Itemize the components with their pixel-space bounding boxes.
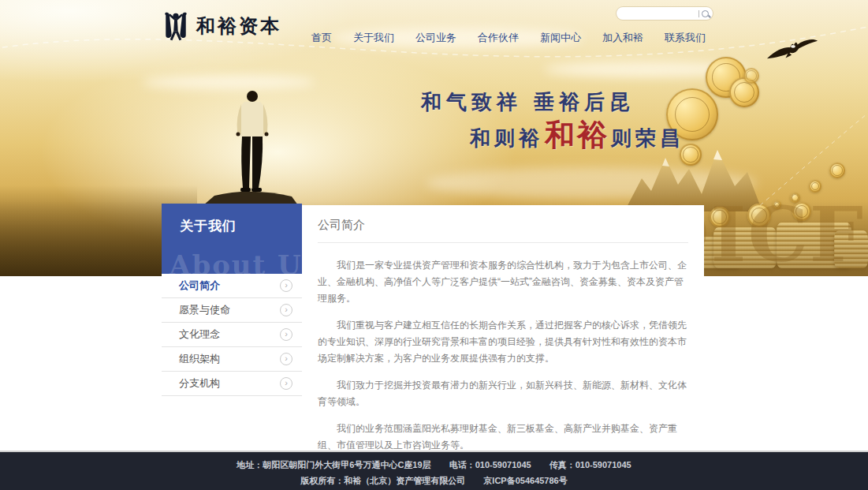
content-paragraph: 我们致力于挖掘并投资最有潜力的新兴行业，如新兴科技、新能源、新材料、文化体育等领…	[318, 377, 688, 410]
eagle-icon	[766, 35, 818, 66]
search-input[interactable]	[620, 9, 698, 19]
sidebar-item-culture[interactable]: 文化理念 ›	[162, 323, 302, 347]
footer-fax: 传真：010-59071045	[549, 460, 631, 469]
chevron-right-icon: ›	[280, 353, 292, 365]
slogan2-highlight: 和裕	[545, 115, 609, 155]
page-title: 公司简介	[318, 216, 688, 243]
sidebar-item-label: 文化理念	[179, 327, 220, 342]
hero-slogan-line1: 和气致祥 垂裕后昆	[421, 88, 635, 116]
footer: 地址：朝阳区朝阳门外大街甲6号万通中心C座19层 电话：010-59071045…	[0, 451, 868, 490]
nav-item-home[interactable]: 首页	[311, 31, 332, 45]
content-panel: 公司简介 我们是一家专业提供资产管理和资本服务的综合性机构，致力于为包含上市公司…	[302, 205, 704, 490]
sidebar-subtitle: About Us	[170, 249, 302, 274]
footer-contact-row: 地址：朝阳区朝阳门外大街甲6号万通中心C座19层 电话：010-59071045…	[0, 459, 868, 471]
search-divider	[698, 10, 699, 17]
chevron-right-icon: ›	[280, 304, 292, 316]
content-paragraph: 我们的业务范围涵盖阳光私募理财基金、新三板基金、高新产业并购基金、资产重组、市值…	[318, 421, 688, 454]
sidebar-item-label: 分支机构	[179, 376, 220, 391]
sidebar-title: 关于我们	[180, 217, 237, 235]
sidebar-item-label: 公司简介	[179, 279, 220, 293]
nav-item-business[interactable]: 公司业务	[415, 31, 456, 45]
man-silhouette	[203, 87, 298, 205]
nav-item-partners[interactable]: 合作伙伴	[478, 31, 519, 45]
nav-item-news[interactable]: 新闻中心	[540, 31, 581, 45]
nav-item-contact[interactable]: 联系我们	[665, 31, 706, 45]
sidebar-item-company-profile[interactable]: 公司简介 ›	[162, 274, 302, 298]
sidebar: 关于我们 About Us 公司简介 › 愿景与使命 › 文化理念 › 组织架构…	[162, 204, 302, 396]
logo-text: 和裕资本	[196, 13, 281, 39]
logo[interactable]: 和裕资本	[160, 9, 281, 43]
nav-item-join[interactable]: 加入和裕	[602, 31, 643, 45]
content-paragraph: 我们是一家专业提供资产管理和资本服务的综合性机构，致力于为包含上市公司、企业、金…	[318, 257, 688, 307]
slogan2-prefix: 和则裕	[470, 125, 543, 152]
gold-coin	[829, 163, 845, 178]
sidebar-item-label: 愿景与使命	[179, 303, 230, 317]
search-icon[interactable]	[702, 10, 709, 17]
sidebar-item-branches[interactable]: 分支机构 ›	[162, 372, 302, 396]
slogan2-suffix: 则荣昌	[611, 125, 684, 152]
search-box	[617, 7, 713, 20]
gold-coin	[743, 68, 759, 84]
sidebar-item-label: 组织架构	[179, 352, 220, 366]
footer-copyright: 版权所有：和裕（北京）资产管理有限公司	[300, 476, 465, 485]
sidebar-item-organization[interactable]: 组织架构 ›	[162, 347, 302, 372]
footer-copyright-row: 版权所有：和裕（北京）资产管理有限公司 京ICP备054645786号	[0, 475, 868, 487]
footer-icp: 京ICP备054645786号	[483, 476, 567, 485]
sidebar-header: 关于我们 About Us	[162, 204, 302, 274]
sidebar-menu: 公司简介 › 愿景与使命 › 文化理念 › 组织架构 › 分支机构 ›	[162, 274, 302, 396]
chevron-right-icon: ›	[280, 377, 292, 390]
main-nav: 首页 关于我们 公司业务 合作伙伴 新闻中心 加入和裕 联系我们	[311, 31, 706, 45]
hero-slogan-line2: 和则裕 和裕 则荣昌	[470, 115, 684, 155]
content-paragraph: 我们重视与客户建立相互信任的长期合作关系，通过把握客户的核心诉求，凭借领先的专业…	[318, 317, 688, 367]
chevron-right-icon: ›	[280, 328, 292, 341]
sidebar-item-vision-mission[interactable]: 愿景与使命 ›	[162, 298, 302, 323]
chevron-right-icon: ›	[280, 279, 292, 292]
logo-icon	[160, 9, 192, 43]
nav-item-about[interactable]: 关于我们	[353, 31, 394, 45]
footer-phone: 电话：010-59071045	[449, 460, 531, 469]
footer-address: 地址：朝阳区朝阳门外大街甲6号万通中心C座19层	[237, 460, 430, 469]
page: OICF	[0, 0, 868, 490]
